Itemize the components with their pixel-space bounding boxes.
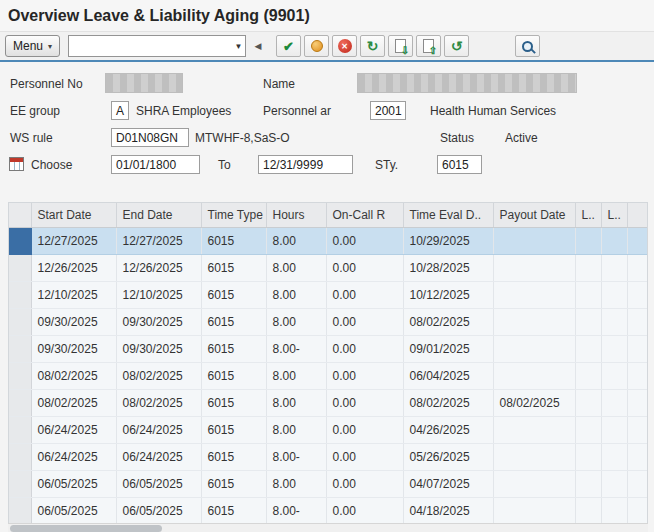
table-cell[interactable]: 06/24/2025 [31, 443, 116, 470]
table-cell[interactable]: 8.00 [266, 362, 326, 389]
table-cell[interactable]: 04/26/2025 [403, 416, 493, 443]
table-cell[interactable]: 08/02/2025 [493, 389, 575, 416]
table-row[interactable]: 12/27/202512/27/202560158.000.0010/29/20… [9, 227, 647, 254]
date-to-field[interactable]: 12/31/9999 [258, 155, 353, 174]
row-selector[interactable] [9, 362, 31, 389]
table-row[interactable]: 09/30/202509/30/202560158.000.0008/02/20… [9, 308, 647, 335]
row-selector[interactable] [9, 497, 31, 524]
table-cell[interactable] [493, 254, 575, 281]
table-cell[interactable] [575, 443, 601, 470]
collapse-left-icon[interactable]: ◀ [250, 36, 266, 56]
table-cell[interactable]: 0.00 [326, 254, 403, 281]
table-cell[interactable]: 06/24/2025 [116, 416, 201, 443]
row-selector[interactable] [9, 389, 31, 416]
ws-rule-field[interactable]: D01N08GN [111, 128, 189, 147]
table-cell[interactable]: 0.00 [326, 227, 403, 254]
table-cell[interactable] [601, 389, 627, 416]
row-selector[interactable] [9, 227, 31, 254]
import-icon[interactable]: ⇩ [388, 35, 413, 57]
table-cell[interactable]: 8.00- [266, 443, 326, 470]
table-cell[interactable]: 08/02/2025 [31, 389, 116, 416]
table-cell[interactable] [493, 335, 575, 362]
row-selector[interactable] [9, 335, 31, 362]
table-row[interactable]: 12/10/202512/10/202560158.000.0010/12/20… [9, 281, 647, 308]
find-icon[interactable] [515, 35, 540, 57]
table-cell[interactable] [575, 335, 601, 362]
table-cell[interactable] [493, 470, 575, 497]
table-cell[interactable]: 8.00 [266, 281, 326, 308]
table-cell[interactable] [601, 497, 627, 524]
table-cell[interactable]: 8.00 [266, 308, 326, 335]
header-on-call[interactable]: On-Call R [326, 203, 403, 227]
table-cell[interactable]: 6015 [201, 470, 266, 497]
row-selector[interactable] [9, 281, 31, 308]
table-cell[interactable] [601, 281, 627, 308]
table-cell[interactable]: 8.00 [266, 416, 326, 443]
continue-icon[interactable]: ✔ [276, 35, 301, 57]
table-cell[interactable] [601, 470, 627, 497]
table-cell[interactable]: 0.00 [326, 443, 403, 470]
header-l2[interactable]: L.. [601, 203, 627, 227]
table-cell[interactable] [493, 227, 575, 254]
header-end-date[interactable]: End Date [116, 203, 201, 227]
hold-icon[interactable] [304, 35, 329, 57]
table-cell[interactable] [575, 389, 601, 416]
table-cell[interactable]: 04/18/2025 [403, 497, 493, 524]
table-cell[interactable]: 0.00 [326, 281, 403, 308]
table-cell[interactable]: 08/02/2025 [403, 308, 493, 335]
table-cell[interactable]: 09/01/2025 [403, 335, 493, 362]
table-cell[interactable] [575, 308, 601, 335]
table-cell[interactable]: 12/10/2025 [31, 281, 116, 308]
table-cell[interactable]: 12/26/2025 [31, 254, 116, 281]
table-cell[interactable]: 6015 [201, 254, 266, 281]
table-cell[interactable] [601, 443, 627, 470]
table-cell[interactable]: 10/28/2025 [403, 254, 493, 281]
table-cell[interactable]: 8.00- [266, 335, 326, 362]
table-cell[interactable]: 12/10/2025 [116, 281, 201, 308]
table-cell[interactable] [575, 497, 601, 524]
table-cell[interactable]: 6015 [201, 362, 266, 389]
header-time-type[interactable]: Time Type [201, 203, 266, 227]
ee-group-field[interactable]: A [111, 101, 129, 120]
horizontal-scrollbar-thumb[interactable] [10, 525, 162, 532]
table-cell[interactable] [493, 308, 575, 335]
table-cell[interactable] [575, 416, 601, 443]
table-cell[interactable]: 10/12/2025 [403, 281, 493, 308]
row-selector[interactable] [9, 308, 31, 335]
personnel-area-field[interactable]: 2001 [370, 101, 406, 120]
table-cell[interactable]: 09/30/2025 [116, 308, 201, 335]
table-cell[interactable]: 09/30/2025 [116, 335, 201, 362]
table-cell[interactable]: 6015 [201, 281, 266, 308]
table-cell[interactable]: 8.00- [266, 497, 326, 524]
table-cell[interactable]: 6015 [201, 335, 266, 362]
table-cell[interactable] [493, 443, 575, 470]
table-row[interactable]: 09/30/202509/30/202560158.00-0.0009/01/2… [9, 335, 647, 362]
table-row[interactable]: 12/26/202512/26/202560158.000.0010/28/20… [9, 254, 647, 281]
header-selector[interactable] [9, 203, 31, 227]
table-cell[interactable]: 06/24/2025 [31, 416, 116, 443]
table-cell[interactable] [575, 227, 601, 254]
table-cell[interactable]: 09/30/2025 [31, 308, 116, 335]
header-payout-date[interactable]: Payout Date [493, 203, 575, 227]
table-cell[interactable]: 6015 [201, 389, 266, 416]
table-cell[interactable] [575, 254, 601, 281]
table-cell[interactable]: 06/05/2025 [31, 497, 116, 524]
table-cell[interactable]: 08/02/2025 [116, 389, 201, 416]
table-row[interactable]: 08/02/202508/02/202560158.000.0006/04/20… [9, 362, 647, 389]
table-cell[interactable]: 6015 [201, 308, 266, 335]
table-cell[interactable]: 0.00 [326, 470, 403, 497]
row-selector[interactable] [9, 443, 31, 470]
table-cell[interactable]: 10/29/2025 [403, 227, 493, 254]
table-cell[interactable] [601, 227, 627, 254]
table-cell[interactable]: 8.00 [266, 389, 326, 416]
table-cell[interactable]: 0.00 [326, 497, 403, 524]
table-cell[interactable]: 8.00 [266, 254, 326, 281]
table-cell[interactable]: 09/30/2025 [31, 335, 116, 362]
header-hours[interactable]: Hours [266, 203, 326, 227]
table-cell[interactable]: 0.00 [326, 335, 403, 362]
table-cell[interactable]: 8.00 [266, 227, 326, 254]
table-cell[interactable] [601, 362, 627, 389]
table-cell[interactable]: 05/26/2025 [403, 443, 493, 470]
row-selector[interactable] [9, 470, 31, 497]
table-cell[interactable]: 12/26/2025 [116, 254, 201, 281]
